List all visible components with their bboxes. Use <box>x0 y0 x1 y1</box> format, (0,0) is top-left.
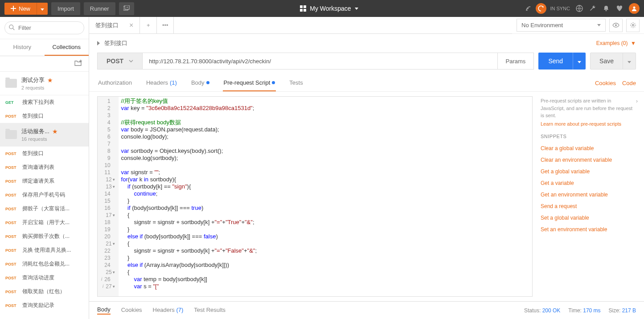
new-dropdown[interactable] <box>37 3 48 15</box>
examples-link[interactable]: Examples (0) ▼ <box>596 40 636 46</box>
heart-icon[interactable] <box>615 4 623 12</box>
gear-icon <box>630 22 636 29</box>
res-tab-body[interactable]: Body <box>97 306 111 315</box>
code-content[interactable]: //用于签名的key值var key = "3c6e0b8a9c15224a82… <box>119 97 259 296</box>
method-badge: POST <box>5 193 18 197</box>
close-tab-icon[interactable]: × <box>129 21 133 29</box>
method-select[interactable]: POST <box>97 53 143 70</box>
chevron-down-icon <box>355 8 358 10</box>
request-name: 购买掷骰子次数（... <box>22 233 70 240</box>
method-badge: POST <box>5 179 18 184</box>
request-name: 掷骰子（大富翁活... <box>22 205 70 213</box>
sync-status: IN SYNC <box>524 3 570 14</box>
gutter: 123456789101112▾13▾14151617▾18192021▾222… <box>98 97 119 296</box>
workspace-selector[interactable]: My Workspace <box>134 5 525 12</box>
tab-prerequest[interactable]: Pre-request Script <box>223 75 276 91</box>
filter-input[interactable] <box>4 21 84 34</box>
wrench-icon[interactable] <box>589 4 597 12</box>
request-item[interactable]: POST 保存用户手机号码 <box>0 188 89 202</box>
send-button[interactable]: Send <box>538 53 573 70</box>
tab-authorization[interactable]: Authorization <box>97 75 133 91</box>
request-item[interactable]: POST 查询邀请列表 <box>0 160 89 174</box>
request-name: 查询邀请列表 <box>22 164 54 171</box>
svg-text:+: + <box>126 5 128 9</box>
request-item[interactable]: POST 签到接口 <box>0 147 89 160</box>
snippet-item[interactable]: Get an environment variable <box>541 189 636 200</box>
snippet-item[interactable]: Get a global variable <box>541 166 636 177</box>
request-item[interactable]: POST 掷骰子（大富翁活... <box>0 202 89 216</box>
res-tab-cookies[interactable]: Cookies <box>121 307 142 314</box>
new-window-button[interactable]: + <box>119 2 134 15</box>
browse-icon[interactable] <box>575 4 583 12</box>
user-avatar[interactable] <box>629 3 640 14</box>
request-item[interactable]: POST 购买掷骰子次数（... <box>0 229 89 243</box>
method-badge: POST <box>5 207 18 211</box>
method-badge: POST <box>5 221 18 225</box>
tabbar: 签到接口 × + ••• <box>89 17 512 34</box>
refresh-icon <box>538 5 544 12</box>
request-item[interactable]: POST 查询奖励记录 <box>0 299 89 312</box>
new-button[interactable]: New <box>4 3 37 15</box>
save-button[interactable]: Save <box>590 53 623 70</box>
request-item[interactable]: POST 签到接口 <box>0 109 89 123</box>
learn-more-link[interactable]: Learn more about pre-request scripts <box>541 121 636 127</box>
tab-body[interactable]: Body <box>190 75 210 91</box>
collection-item[interactable]: 活动服务... ★16 requests <box>0 123 89 147</box>
import-button[interactable]: Import <box>51 2 80 15</box>
res-tab-headers[interactable]: Headers (7) <box>153 307 184 314</box>
code-editor[interactable]: 123456789101112▾13▾14151617▾18192021▾222… <box>97 96 533 297</box>
star-icon: ★ <box>47 77 53 84</box>
window-icon: + <box>123 5 130 11</box>
new-collection-button[interactable] <box>0 56 89 72</box>
tab-more-button[interactable]: ••• <box>157 17 174 34</box>
chevron-down-icon <box>41 8 44 11</box>
env-settings-button[interactable] <box>626 19 640 32</box>
tab-collections[interactable]: Collections <box>45 39 89 56</box>
user-icon <box>631 5 637 12</box>
snippet-item[interactable]: Send a request <box>541 200 636 212</box>
tab-history[interactable]: History <box>0 39 45 56</box>
snippets-title: SNIPPETS <box>541 134 636 139</box>
bell-icon[interactable] <box>602 4 610 12</box>
request-tab[interactable]: 签到接口 × <box>89 17 140 34</box>
request-item[interactable]: POST 兑换 使用道具兑换... <box>0 243 89 257</box>
satellite-icon <box>524 4 532 12</box>
snippet-item[interactable]: Get a variable <box>541 177 636 189</box>
url-input[interactable] <box>143 53 497 70</box>
params-button[interactable]: Params <box>498 53 534 70</box>
snippet-item[interactable]: Clear a global variable <box>541 143 636 154</box>
request-item[interactable]: GET 搜索下拉列表 <box>0 95 89 109</box>
request-item[interactable]: POST 消耗红包总金额兑... <box>0 257 89 271</box>
eye-icon <box>612 23 619 28</box>
environment-select[interactable]: No Environment <box>517 19 606 32</box>
svg-point-4 <box>633 7 636 9</box>
request-item[interactable]: POST 领取奖励（红包） <box>0 285 89 299</box>
code-link[interactable]: Code <box>622 80 636 86</box>
send-dropdown[interactable] <box>573 53 586 70</box>
snippet-item[interactable]: Clear an environment variable <box>541 154 636 166</box>
res-tab-tests[interactable]: Test Results <box>194 307 226 314</box>
breadcrumb: 签到接口 Examples (0) ▼ <box>89 34 644 53</box>
env-quicklook-button[interactable] <box>609 19 623 32</box>
snippet-item[interactable]: Set a global variable <box>541 212 636 224</box>
request-name: 查询奖励记录 <box>22 302 54 309</box>
snippet-item[interactable]: Set an environment variable <box>541 224 636 235</box>
collapse-panel-icon[interactable]: › <box>636 98 638 104</box>
runner-button[interactable]: Runner <box>84 2 115 15</box>
caret-right-icon[interactable] <box>97 41 101 45</box>
request-item[interactable]: POST 开启宝箱（用于大... <box>0 216 89 229</box>
cookies-link[interactable]: Cookies <box>595 80 616 86</box>
add-tab-button[interactable]: + <box>140 17 157 34</box>
tab-headers[interactable]: Headers (1) <box>145 75 178 91</box>
sidebar: History Collections 测试分享 ★2 requests GET… <box>0 17 89 319</box>
save-dropdown[interactable] <box>623 53 636 70</box>
folder-icon <box>5 79 17 88</box>
request-item[interactable]: POST 查询活动进度 <box>0 271 89 285</box>
svg-point-6 <box>615 25 617 26</box>
topbar: New Import Runner + My Workspace IN SYNC <box>0 0 644 17</box>
request-item[interactable]: POST 绑定邀请关系 <box>0 174 89 188</box>
tab-tests[interactable]: Tests <box>288 75 304 91</box>
collection-item[interactable]: 测试分享 ★2 requests <box>0 72 89 95</box>
status: Status: 200 OK <box>524 307 560 314</box>
grid-icon <box>300 5 306 12</box>
